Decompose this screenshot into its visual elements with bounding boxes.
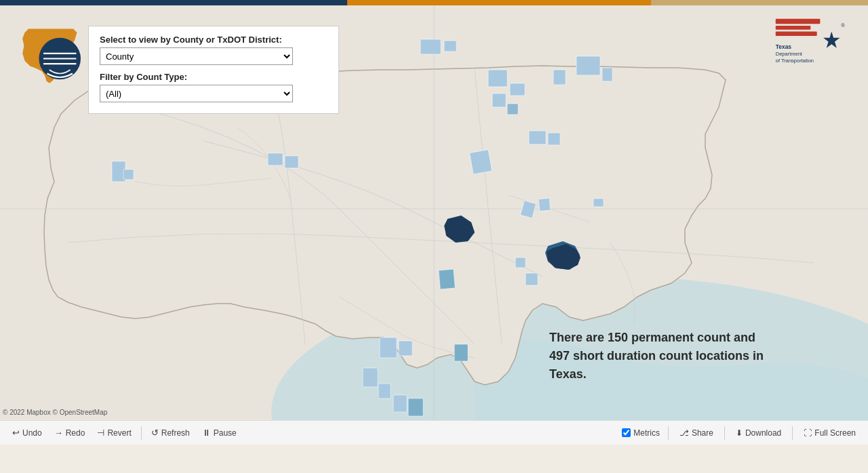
redo-label: Redo bbox=[66, 428, 85, 438]
svg-rect-39 bbox=[776, 26, 811, 30]
svg-rect-6 bbox=[488, 70, 507, 87]
redo-button[interactable]: → Redo bbox=[49, 425, 91, 440]
txdot-logo: ® Texas Department of Transportation bbox=[773, 16, 854, 66]
info-box: There are 150 permanent count and 497 sh… bbox=[549, 329, 766, 384]
svg-rect-27 bbox=[363, 368, 378, 387]
share-label: Share bbox=[692, 428, 713, 438]
bottom-toolbar: ↩ Undo → Redo ⊣ Revert ↺ Refresh ⏸ Pause bbox=[0, 420, 868, 445]
controls-panel: Select to view by County or TxDOT Distri… bbox=[88, 26, 339, 114]
view-by-label: Select to view by County or TxDOT Distri… bbox=[100, 35, 328, 45]
redo-icon: → bbox=[54, 428, 63, 438]
svg-rect-9 bbox=[507, 104, 518, 115]
svg-rect-20 bbox=[439, 269, 455, 289]
revert-icon: ⊣ bbox=[97, 428, 104, 438]
svg-rect-40 bbox=[776, 31, 817, 36]
undo-button[interactable]: ↩ Undo bbox=[7, 425, 47, 440]
fullscreen-button[interactable]: ⛶ Full Screen bbox=[798, 426, 861, 440]
svg-rect-5 bbox=[444, 41, 456, 52]
pause-button[interactable]: ⏸ Pause bbox=[197, 425, 242, 440]
share-button[interactable]: ⎇ Share bbox=[674, 426, 719, 440]
metrics-checkbox[interactable] bbox=[622, 428, 631, 437]
svg-rect-17 bbox=[469, 150, 492, 174]
download-icon: ⬇ bbox=[736, 428, 743, 438]
svg-rect-30 bbox=[408, 398, 423, 416]
map-container: ® Texas Department of Transportation Sel… bbox=[0, 5, 868, 445]
refresh-button[interactable]: ↺ Refresh bbox=[146, 425, 195, 440]
svg-rect-15 bbox=[268, 153, 283, 165]
toolbar-separator-1 bbox=[141, 426, 142, 440]
svg-rect-24 bbox=[380, 337, 397, 358]
svg-rect-32 bbox=[515, 258, 526, 268]
top-bar-orange bbox=[347, 0, 651, 5]
fullscreen-icon: ⛶ bbox=[804, 428, 812, 438]
toolbar-separator-2 bbox=[668, 426, 669, 440]
filter-select[interactable]: (All) Permanent Short Duration bbox=[100, 85, 293, 102]
svg-rect-28 bbox=[378, 384, 391, 398]
svg-rect-26 bbox=[454, 344, 468, 361]
metrics-checkbox-container[interactable]: Metrics bbox=[622, 428, 660, 438]
download-button[interactable]: ⬇ Download bbox=[730, 426, 787, 440]
toolbar-right: Metrics ⎇ Share ⬇ Download ⛶ Full Screen bbox=[622, 426, 861, 440]
svg-rect-31 bbox=[526, 273, 538, 285]
top-color-bar bbox=[0, 0, 868, 5]
toolbar-separator-4 bbox=[792, 426, 793, 440]
svg-text:of Transportation: of Transportation bbox=[776, 58, 814, 64]
view-by-select[interactable]: County TxDOT District bbox=[100, 47, 293, 65]
svg-rect-18 bbox=[529, 131, 546, 144]
svg-rect-16 bbox=[285, 156, 298, 168]
attribution-text: © 2022 Mapbox © OpenStreetMap bbox=[3, 409, 107, 416]
svg-rect-7 bbox=[510, 83, 525, 96]
refresh-label: Refresh bbox=[161, 428, 190, 438]
top-bar-dark bbox=[0, 0, 347, 5]
svg-text:Texas: Texas bbox=[776, 43, 792, 50]
info-text: There are 150 permanent count and 497 sh… bbox=[549, 329, 766, 384]
svg-text:Department: Department bbox=[776, 51, 803, 57]
toolbar-left: ↩ Undo → Redo ⊣ Revert ↺ Refresh ⏸ Pause bbox=[7, 425, 622, 440]
svg-rect-12 bbox=[553, 70, 566, 85]
fullscreen-label: Full Screen bbox=[814, 428, 856, 438]
metrics-label: Metrics bbox=[633, 428, 660, 438]
svg-rect-19 bbox=[548, 133, 560, 145]
svg-rect-25 bbox=[399, 341, 412, 356]
map-attribution: © 2022 Mapbox © OpenStreetMap bbox=[3, 409, 107, 416]
svg-text:®: ® bbox=[841, 22, 845, 28]
revert-label: Revert bbox=[107, 428, 131, 438]
svg-rect-14 bbox=[123, 169, 134, 180]
share-icon: ⎇ bbox=[679, 428, 689, 438]
svg-rect-11 bbox=[602, 68, 612, 81]
svg-rect-4 bbox=[420, 39, 441, 54]
toolbar-separator-3 bbox=[724, 426, 725, 440]
revert-button[interactable]: ⊣ Revert bbox=[92, 425, 136, 440]
top-bar-tan bbox=[651, 0, 868, 5]
download-label: Download bbox=[745, 428, 781, 438]
undo-label: Undo bbox=[22, 428, 42, 438]
texas-logo bbox=[14, 18, 81, 85]
svg-rect-29 bbox=[393, 395, 407, 412]
undo-icon: ↩ bbox=[12, 428, 20, 438]
svg-rect-10 bbox=[576, 56, 600, 75]
refresh-icon: ↺ bbox=[151, 428, 159, 438]
svg-marker-41 bbox=[823, 31, 840, 47]
pause-icon: ⏸ bbox=[202, 428, 211, 438]
svg-rect-8 bbox=[492, 94, 506, 107]
pause-label: Pause bbox=[214, 428, 237, 438]
svg-rect-38 bbox=[776, 19, 821, 24]
filter-label: Filter by Count Type: bbox=[100, 72, 328, 82]
svg-rect-33 bbox=[593, 199, 604, 207]
svg-rect-23 bbox=[538, 198, 551, 211]
